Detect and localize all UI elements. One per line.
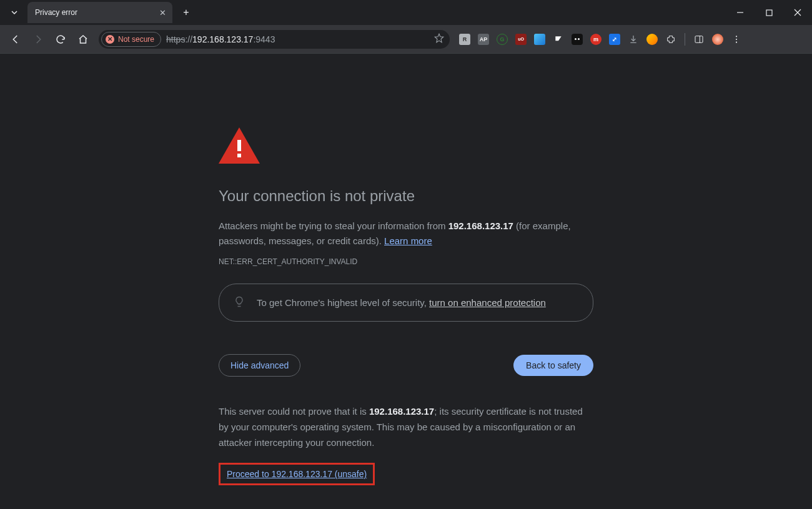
svg-point-7 [736,38,737,39]
extension-icon[interactable]: ⤢ [606,31,623,48]
enhanced-protection-promo: To get Chrome's highest level of securit… [219,284,593,322]
extension-icon[interactable]: R [456,31,473,48]
svg-point-6 [736,36,737,37]
extension-icon[interactable]: m [587,31,605,48]
page-content: Your connection is not private Attackers… [0,54,812,485]
warning-description: Attackers might be trying to steal your … [219,219,593,249]
back-button[interactable] [5,29,26,50]
extension-icon[interactable]: AP [475,31,492,48]
warning-triangle-icon [219,127,593,164]
url-host: 192.168.123.17 [192,34,253,44]
new-tab-button[interactable]: + [177,4,195,21]
window-controls [726,0,812,25]
downloads-icon[interactable] [625,31,642,48]
titlebar: Privacy error ✕ + [0,0,812,25]
reload-button[interactable] [50,29,71,50]
window-minimize-button[interactable] [726,0,755,25]
window-close-button[interactable] [783,0,812,25]
side-panel-icon[interactable] [690,31,708,48]
svg-rect-9 [237,140,241,151]
svg-rect-10 [237,154,241,157]
tab-title: Privacy error [35,8,157,17]
extensions-row: R AP G uO m ⤢ [456,31,745,48]
address-bar[interactable]: ✕ Not secure https :// 192.168.123.17 :9… [99,30,450,49]
extension-icon[interactable] [568,31,586,48]
browser-tab[interactable]: Privacy error ✕ [27,2,172,23]
svg-rect-4 [695,36,703,42]
window-maximize-button[interactable] [755,0,783,25]
enhanced-protection-link[interactable]: turn on enhanced protection [429,297,546,308]
toolbar: ✕ Not secure https :// 192.168.123.17 :9… [0,25,812,54]
svg-point-8 [736,41,737,42]
url-port: :9443 [253,34,275,44]
security-chip-label: Not secure [118,35,154,44]
chrome-menu-icon[interactable] [728,31,745,48]
extension-icon[interactable] [550,31,567,48]
proceed-unsafe-link[interactable]: Proceed to 192.168.123.17 (unsafe) [227,469,367,479]
button-row: Hide advanced Back to safety [219,354,593,377]
security-chip[interactable]: ✕ Not secure [101,32,161,47]
svg-rect-1 [766,10,772,16]
forward-button[interactable] [27,29,49,50]
extensions-menu-icon[interactable] [662,31,680,48]
home-button[interactable] [72,29,94,50]
bookmark-star-icon[interactable] [433,32,445,46]
advanced-explanation: This server could not prove that it is 1… [219,404,593,450]
profile-avatar[interactable] [709,31,726,48]
ssl-interstitial: Your connection is not private Attackers… [219,127,593,485]
toolbar-separator [685,33,685,46]
tab-search-button[interactable] [4,3,25,22]
extension-icon[interactable] [531,31,548,48]
url-scheme: https [166,34,185,44]
lightbulb-icon [233,295,245,310]
extension-icon[interactable] [643,31,661,48]
warning-heading: Your connection is not private [219,187,593,205]
url-display: https :// 192.168.123.17 :9443 [166,34,275,44]
extension-icon[interactable]: G [493,31,511,48]
learn-more-link[interactable]: Learn more [384,235,432,246]
not-secure-icon: ✕ [106,35,114,44]
tab-close-button[interactable]: ✕ [157,7,167,17]
error-code: NET::ERR_CERT_AUTHORITY_INVALID [219,257,593,266]
proceed-highlight-box: Proceed to 192.168.123.17 (unsafe) [219,463,375,485]
extension-icon[interactable]: uO [512,31,530,48]
back-to-safety-button[interactable]: Back to safety [513,355,593,376]
hide-advanced-button[interactable]: Hide advanced [219,354,300,377]
